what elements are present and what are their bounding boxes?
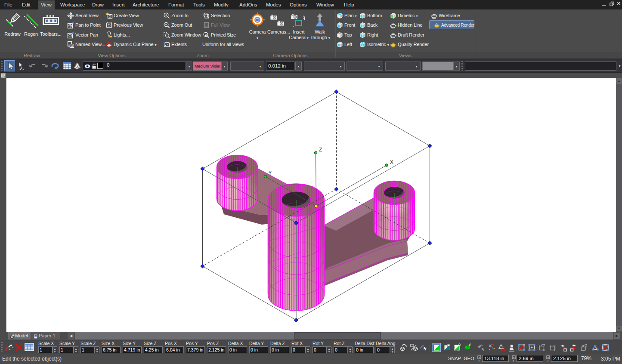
- svg-text:x: x: [478, 359, 480, 362]
- svg-text:Y: Y: [269, 170, 272, 176]
- svg-text:X: X: [390, 159, 393, 165]
- svg-text:y: y: [513, 359, 514, 362]
- svg-text:Z: Z: [319, 147, 322, 153]
- svg-text:z: z: [547, 359, 549, 362]
